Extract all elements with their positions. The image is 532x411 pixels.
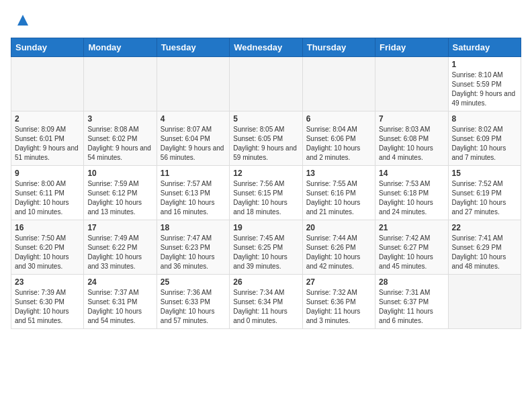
day-number: 7 [379, 114, 444, 124]
day-number: 12 [233, 169, 298, 178]
day-number: 26 [233, 277, 298, 287]
calendar-week-row: 2Sunrise: 8:09 AM Sunset: 6:01 PM Daylig… [11, 111, 521, 166]
day-info: Sunrise: 7:34 AM Sunset: 6:34 PM Dayligh… [233, 288, 298, 326]
day-number: 15 [452, 169, 517, 178]
day-info: Sunrise: 7:55 AM Sunset: 6:16 PM Dayligh… [306, 179, 371, 217]
day-info: Sunrise: 8:10 AM Sunset: 5:59 PM Dayligh… [452, 71, 517, 108]
calendar-day-cell [157, 57, 229, 111]
day-number: 13 [306, 169, 371, 178]
day-number: 6 [306, 114, 371, 124]
day-number: 19 [233, 223, 298, 232]
calendar-day-cell: 8Sunrise: 8:02 AM Sunset: 6:09 PM Daylig… [448, 111, 521, 166]
calendar-day-cell: 12Sunrise: 7:56 AM Sunset: 6:15 PM Dayli… [230, 166, 302, 220]
day-number: 23 [15, 277, 80, 287]
svg-marker-0 [17, 15, 28, 26]
logo-icon [13, 11, 32, 30]
calendar-table: SundayMondayTuesdayWednesdayThursdayFrid… [11, 38, 521, 329]
calendar-day-cell [448, 275, 521, 329]
calendar-day-cell [302, 57, 375, 111]
calendar-day-cell: 5Sunrise: 8:05 AM Sunset: 6:05 PM Daylig… [230, 111, 302, 166]
day-info: Sunrise: 7:57 AM Sunset: 6:13 PM Dayligh… [161, 179, 226, 217]
calendar-day-cell: 20Sunrise: 7:44 AM Sunset: 6:26 PM Dayli… [302, 220, 375, 275]
calendar-day-cell: 15Sunrise: 7:52 AM Sunset: 6:19 PM Dayli… [448, 166, 521, 220]
day-info: Sunrise: 8:03 AM Sunset: 6:08 PM Dayligh… [379, 125, 444, 163]
calendar-weekday-header: Saturday [448, 38, 521, 57]
day-number: 2 [15, 114, 80, 124]
calendar-day-cell: 11Sunrise: 7:57 AM Sunset: 6:13 PM Dayli… [157, 166, 229, 220]
day-number: 25 [161, 277, 226, 287]
calendar-weekday-header: Sunday [11, 38, 84, 57]
logo [11, 11, 32, 30]
calendar-day-cell: 21Sunrise: 7:42 AM Sunset: 6:27 PM Dayli… [375, 220, 448, 275]
calendar-weekday-header: Monday [84, 38, 157, 57]
day-info: Sunrise: 7:53 AM Sunset: 6:18 PM Dayligh… [379, 179, 444, 217]
calendar-weekday-header: Tuesday [157, 38, 229, 57]
day-number: 4 [161, 114, 226, 124]
calendar-day-cell [84, 57, 157, 111]
calendar-day-cell [230, 57, 302, 111]
day-info: Sunrise: 7:39 AM Sunset: 6:30 PM Dayligh… [15, 288, 80, 326]
calendar-day-cell [11, 57, 84, 111]
day-number: 11 [161, 169, 226, 178]
calendar-day-cell: 19Sunrise: 7:45 AM Sunset: 6:25 PM Dayli… [230, 220, 302, 275]
day-number: 14 [379, 169, 444, 178]
calendar-day-cell: 13Sunrise: 7:55 AM Sunset: 6:16 PM Dayli… [302, 166, 375, 220]
day-info: Sunrise: 7:41 AM Sunset: 6:29 PM Dayligh… [452, 234, 517, 271]
day-info: Sunrise: 8:04 AM Sunset: 6:06 PM Dayligh… [306, 125, 371, 163]
calendar-week-row: 16Sunrise: 7:50 AM Sunset: 6:20 PM Dayli… [11, 220, 521, 275]
calendar-day-cell [375, 57, 448, 111]
calendar-weekday-header: Thursday [302, 38, 375, 57]
calendar-day-cell: 24Sunrise: 7:37 AM Sunset: 6:31 PM Dayli… [84, 275, 157, 329]
day-number: 22 [452, 223, 517, 232]
day-info: Sunrise: 8:09 AM Sunset: 6:01 PM Dayligh… [15, 125, 80, 163]
day-number: 28 [379, 277, 444, 287]
day-info: Sunrise: 7:37 AM Sunset: 6:31 PM Dayligh… [87, 288, 152, 326]
calendar-week-row: 9Sunrise: 8:00 AM Sunset: 6:11 PM Daylig… [11, 166, 521, 220]
day-number: 17 [87, 223, 152, 232]
day-number: 8 [452, 114, 517, 124]
calendar-day-cell: 17Sunrise: 7:49 AM Sunset: 6:22 PM Dayli… [84, 220, 157, 275]
day-number: 20 [306, 223, 371, 232]
calendar-day-cell: 9Sunrise: 8:00 AM Sunset: 6:11 PM Daylig… [11, 166, 84, 220]
calendar-day-cell: 28Sunrise: 7:31 AM Sunset: 6:37 PM Dayli… [375, 275, 448, 329]
calendar-day-cell: 4Sunrise: 8:07 AM Sunset: 6:04 PM Daylig… [157, 111, 229, 166]
day-info: Sunrise: 7:50 AM Sunset: 6:20 PM Dayligh… [15, 234, 80, 271]
calendar-day-cell: 6Sunrise: 8:04 AM Sunset: 6:06 PM Daylig… [302, 111, 375, 166]
day-info: Sunrise: 8:05 AM Sunset: 6:05 PM Dayligh… [233, 125, 298, 163]
day-info: Sunrise: 8:02 AM Sunset: 6:09 PM Dayligh… [452, 125, 517, 163]
day-info: Sunrise: 7:31 AM Sunset: 6:37 PM Dayligh… [379, 288, 444, 326]
day-info: Sunrise: 7:47 AM Sunset: 6:23 PM Dayligh… [161, 234, 226, 271]
day-info: Sunrise: 8:00 AM Sunset: 6:11 PM Dayligh… [15, 179, 80, 217]
day-number: 18 [161, 223, 226, 232]
calendar-day-cell: 18Sunrise: 7:47 AM Sunset: 6:23 PM Dayli… [157, 220, 229, 275]
day-number: 16 [15, 223, 80, 232]
day-number: 21 [379, 223, 444, 232]
day-info: Sunrise: 7:44 AM Sunset: 6:26 PM Dayligh… [306, 234, 371, 271]
day-number: 27 [306, 277, 371, 287]
day-info: Sunrise: 7:32 AM Sunset: 6:36 PM Dayligh… [306, 288, 371, 326]
day-number: 3 [87, 114, 152, 124]
calendar-header-row: SundayMondayTuesdayWednesdayThursdayFrid… [11, 38, 521, 57]
day-info: Sunrise: 7:45 AM Sunset: 6:25 PM Dayligh… [233, 234, 298, 271]
calendar-day-cell: 25Sunrise: 7:36 AM Sunset: 6:33 PM Dayli… [157, 275, 229, 329]
day-info: Sunrise: 7:56 AM Sunset: 6:15 PM Dayligh… [233, 179, 298, 217]
calendar-weekday-header: Friday [375, 38, 448, 57]
calendar-week-row: 1Sunrise: 8:10 AM Sunset: 5:59 PM Daylig… [11, 57, 521, 111]
day-number: 9 [15, 169, 80, 178]
calendar-day-cell: 7Sunrise: 8:03 AM Sunset: 6:08 PM Daylig… [375, 111, 448, 166]
day-info: Sunrise: 7:52 AM Sunset: 6:19 PM Dayligh… [452, 179, 517, 217]
day-number: 24 [87, 277, 152, 287]
calendar-day-cell: 23Sunrise: 7:39 AM Sunset: 6:30 PM Dayli… [11, 275, 84, 329]
day-info: Sunrise: 7:49 AM Sunset: 6:22 PM Dayligh… [87, 234, 152, 271]
calendar-day-cell: 22Sunrise: 7:41 AM Sunset: 6:29 PM Dayli… [448, 220, 521, 275]
calendar-day-cell: 1Sunrise: 8:10 AM Sunset: 5:59 PM Daylig… [448, 57, 521, 111]
calendar-day-cell: 14Sunrise: 7:53 AM Sunset: 6:18 PM Dayli… [375, 166, 448, 220]
day-number: 5 [233, 114, 298, 124]
day-info: Sunrise: 8:07 AM Sunset: 6:04 PM Dayligh… [161, 125, 226, 163]
day-info: Sunrise: 8:08 AM Sunset: 6:02 PM Dayligh… [87, 125, 152, 163]
day-info: Sunrise: 7:36 AM Sunset: 6:33 PM Dayligh… [161, 288, 226, 326]
calendar-day-cell: 16Sunrise: 7:50 AM Sunset: 6:20 PM Dayli… [11, 220, 84, 275]
page-header [11, 11, 521, 30]
calendar-week-row: 23Sunrise: 7:39 AM Sunset: 6:30 PM Dayli… [11, 275, 521, 329]
calendar-day-cell: 2Sunrise: 8:09 AM Sunset: 6:01 PM Daylig… [11, 111, 84, 166]
